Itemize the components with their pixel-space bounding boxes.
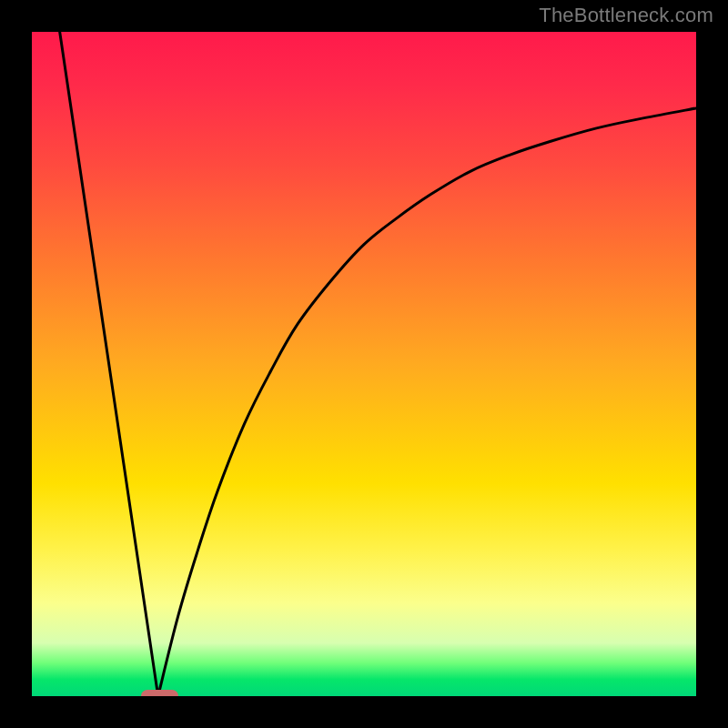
- bottleneck-curve: [32, 32, 696, 696]
- watermark-text: TheBottleneck.com: [539, 4, 713, 27]
- curve-right-branch: [158, 108, 696, 696]
- chart-frame: TheBottleneck.com: [0, 0, 728, 728]
- optimal-marker: [141, 690, 177, 696]
- curve-left-branch: [60, 32, 158, 696]
- plot-area: [32, 32, 696, 696]
